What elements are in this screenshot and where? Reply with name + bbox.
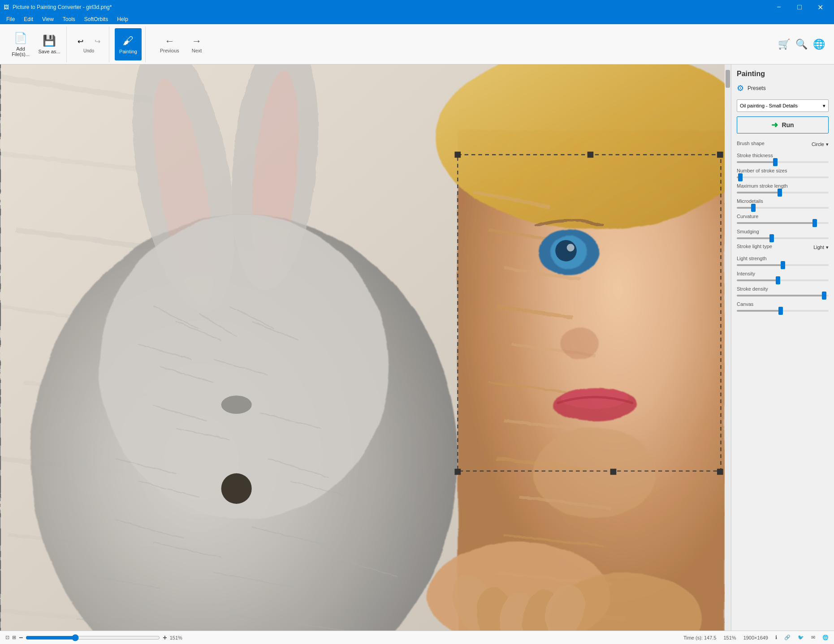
search-icon[interactable]: 🔍 bbox=[795, 39, 808, 50]
smudging-slider[interactable] bbox=[737, 237, 829, 239]
stroke-light-label: Stroke light type bbox=[737, 244, 772, 249]
curvature-fill bbox=[737, 222, 815, 224]
svg-point-57 bbox=[567, 244, 575, 252]
zoom-slider[interactable] bbox=[26, 634, 160, 641]
titlebar-left: 🖼 Picture to Painting Converter - girl3d… bbox=[4, 4, 112, 10]
vertical-scrollbar[interactable] bbox=[725, 64, 731, 631]
canvas-fill bbox=[737, 310, 781, 312]
zoom-out-button[interactable]: − bbox=[19, 634, 23, 642]
undo-button[interactable]: ↩ bbox=[72, 35, 88, 47]
svg-point-15 bbox=[221, 395, 252, 414]
intensity-label: Intensity bbox=[737, 271, 755, 276]
toolbar-nav: ← Previous → Next bbox=[156, 34, 205, 55]
menu-tools[interactable]: Tools bbox=[58, 15, 80, 23]
light-strength-slider[interactable] bbox=[737, 264, 829, 266]
menu-file[interactable]: File bbox=[2, 15, 19, 23]
microdetails-thumb[interactable] bbox=[751, 204, 756, 212]
stroke-density-slider[interactable] bbox=[737, 295, 829, 296]
stroke-thickness-slider[interactable] bbox=[737, 161, 829, 163]
intensity-fill bbox=[737, 279, 778, 281]
curvature-label: Curvature bbox=[737, 214, 758, 219]
intensity-slider[interactable] bbox=[737, 279, 829, 281]
menu-help[interactable]: Help bbox=[112, 15, 133, 23]
undo-redo-group: ↩ ↪ Undo bbox=[72, 35, 105, 53]
titlebar-controls: − □ ✕ bbox=[769, 0, 830, 14]
brush-shape-row: Brush shape Circle ▾ bbox=[737, 141, 829, 148]
presets-chevron-icon: ▾ bbox=[823, 103, 825, 109]
curvature-section: Curvature bbox=[737, 213, 829, 224]
app-icon: 🖼 bbox=[4, 4, 9, 10]
scroll-thumb[interactable] bbox=[726, 70, 730, 88]
menu-softorbits[interactable]: SoftOrbits bbox=[80, 15, 112, 23]
info-icon[interactable]: ℹ bbox=[775, 635, 777, 640]
svg-rect-71 bbox=[454, 152, 461, 158]
light-strength-thumb[interactable] bbox=[781, 261, 785, 269]
menubar: File Edit View Tools SoftOrbits Help bbox=[0, 14, 834, 24]
microdetails-slider[interactable] bbox=[737, 207, 829, 209]
brush-shape-dropdown[interactable]: Circle ▾ bbox=[812, 142, 829, 147]
cart-icon[interactable]: 🛒 bbox=[778, 39, 790, 50]
run-button[interactable]: ➜ Run bbox=[737, 116, 829, 133]
svg-rect-76 bbox=[588, 152, 594, 158]
3d-view-icon[interactable]: 🌐 bbox=[822, 635, 829, 640]
add-file-icon: 📄 bbox=[14, 32, 27, 44]
stroke-thickness-thumb[interactable] bbox=[773, 158, 778, 166]
link-icon[interactable]: 🔗 bbox=[784, 635, 791, 640]
save-button[interactable]: 💾 Save as... bbox=[36, 28, 63, 60]
mail-icon[interactable]: ✉ bbox=[811, 635, 815, 640]
titlebar: 🖼 Picture to Painting Converter - girl3d… bbox=[0, 0, 834, 14]
painting-button[interactable]: 🖌 Painting bbox=[115, 28, 142, 60]
redo-button[interactable]: ↪ bbox=[89, 35, 105, 47]
add-file-button[interactable]: 📄 Add File(s)... bbox=[7, 28, 34, 60]
zoom-actual-icon[interactable]: ⊞ bbox=[12, 635, 16, 640]
smudging-fill bbox=[737, 237, 772, 239]
curvature-thumb[interactable] bbox=[812, 219, 817, 227]
smudging-thumb[interactable] bbox=[769, 234, 774, 242]
undo-row: ↩ ↪ bbox=[72, 35, 105, 47]
max-stroke-section: Maximum stroke length bbox=[737, 183, 829, 193]
maximize-button[interactable]: □ bbox=[789, 0, 810, 14]
stroke-thickness-fill bbox=[737, 161, 775, 163]
stroke-sizes-label: Number of stroke sizes bbox=[737, 168, 787, 173]
canvas-section: Canvas bbox=[737, 301, 829, 312]
max-stroke-slider[interactable] bbox=[737, 192, 829, 193]
canvas-area[interactable] bbox=[0, 64, 725, 631]
panel-title: Painting bbox=[737, 70, 829, 78]
next-button[interactable]: → Next bbox=[188, 34, 206, 55]
stroke-density-section: Stroke density bbox=[737, 286, 829, 296]
stroke-density-thumb[interactable] bbox=[822, 292, 826, 300]
close-button[interactable]: ✕ bbox=[810, 0, 830, 14]
curvature-slider[interactable] bbox=[737, 222, 829, 224]
3d-icon[interactable]: 🌐 bbox=[813, 39, 825, 50]
menu-edit[interactable]: Edit bbox=[19, 15, 38, 23]
max-stroke-fill bbox=[737, 192, 780, 193]
intensity-thumb[interactable] bbox=[776, 276, 780, 284]
previous-button[interactable]: ← Previous bbox=[156, 34, 183, 55]
light-strength-section: Light strength bbox=[737, 255, 829, 266]
canvas-slider[interactable] bbox=[737, 310, 829, 312]
stroke-sizes-thumb[interactable] bbox=[738, 173, 743, 181]
zoom-fit-icon[interactable]: ⊡ bbox=[5, 635, 9, 640]
statusbar-zoom-pct: 151% bbox=[723, 635, 736, 640]
zoom-in-button[interactable]: + bbox=[163, 634, 167, 642]
svg-rect-73 bbox=[454, 469, 461, 475]
right-panel: Painting ⚙ Presets Oil painting - Small … bbox=[731, 64, 834, 631]
stroke-density-fill bbox=[737, 295, 824, 296]
stroke-thickness-label: Stroke thickness bbox=[737, 153, 773, 158]
smudging-label: Smudging bbox=[737, 229, 759, 234]
max-stroke-thumb[interactable] bbox=[778, 189, 782, 197]
presets-row: ⚙ Presets bbox=[737, 83, 829, 93]
stroke-light-dropdown[interactable]: Light ▾ bbox=[813, 245, 829, 250]
minimize-button[interactable]: − bbox=[769, 0, 789, 14]
presets-dropdown[interactable]: Oil painting - Small Details ▾ bbox=[737, 99, 829, 112]
stroke-light-value: Light bbox=[813, 245, 824, 250]
presets-icon: ⚙ bbox=[737, 83, 744, 93]
stroke-sizes-slider[interactable] bbox=[737, 176, 829, 178]
canvas-thumb[interactable] bbox=[778, 307, 783, 315]
presets-value: Oil painting - Small Details bbox=[740, 103, 798, 108]
twitter-icon[interactable]: 🐦 bbox=[798, 635, 804, 640]
stroke-light-section: Stroke light type Light ▾ bbox=[737, 244, 829, 251]
menu-view[interactable]: View bbox=[38, 15, 58, 23]
time-label: Time (s): 147.5 bbox=[683, 635, 717, 640]
smudging-section: Smudging bbox=[737, 228, 829, 239]
